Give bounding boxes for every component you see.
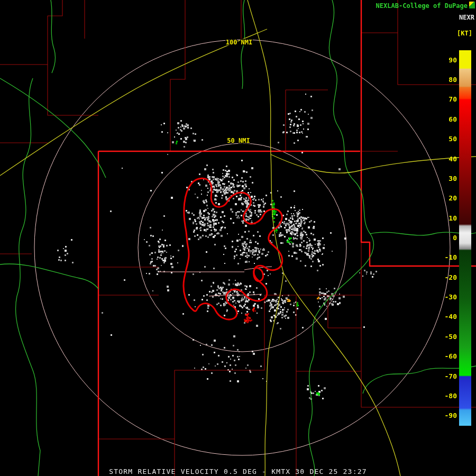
colorbar-tick: 90	[448, 56, 457, 64]
colorbar-tick: 50	[448, 135, 457, 143]
colorbar-tick: -50	[445, 333, 457, 341]
colorbar-tick: -20	[445, 273, 457, 281]
colorbar-tick: 30	[448, 175, 457, 182]
colorbar-tick: -40	[445, 313, 457, 321]
nexlab-brand: NEXLAB-College of DuPage	[376, 2, 468, 10]
colorbar-tick: -10	[445, 253, 457, 261]
colorbar-tick: -70	[445, 372, 457, 380]
colorbar-tick: -80	[445, 392, 457, 400]
colorbar-tick: -30	[445, 293, 457, 301]
colorbar-tick: 0	[453, 234, 457, 242]
range-ring-labels: 100 NMI50 NMI	[226, 39, 253, 144]
highways-layer	[0, 0, 476, 476]
colorbar-tick: 40	[448, 155, 457, 163]
range-ring-label: 100 NMI	[226, 39, 253, 46]
cod-logo-icon	[469, 2, 475, 8]
lake-outline-layer	[184, 178, 282, 319]
state-borders-layer	[98, 0, 476, 476]
county-borders-layer	[0, 0, 476, 476]
colorbar-tick: -90	[445, 411, 457, 419]
range-ring-label: 50 NMI	[227, 137, 250, 144]
colorbar-tick: 70	[448, 95, 457, 103]
scale-units-label: [KT]	[457, 30, 472, 37]
colorbar-tick-labels: 9080706050403020100-10-20-30-40-50-60-70…	[426, 0, 457, 476]
colorbar-tick: 60	[448, 115, 457, 123]
colorbar-tick: -60	[445, 352, 457, 360]
colorbar-tick: 10	[448, 214, 457, 222]
scale-product-label: NEXR	[459, 14, 474, 21]
rivers-layer	[0, 0, 476, 476]
radar-viewer: 100 NMI50 NMI 9080706050403020100-10-20-…	[0, 0, 476, 476]
secondary-roads-layer	[159, 267, 272, 296]
product-status-line: STORM RELATIVE VELOCITY 0.5 DEG - KMTX 3…	[0, 468, 476, 475]
range-rings	[34, 40, 450, 455]
base-map-overlay: 100 NMI50 NMI	[0, 0, 476, 476]
velocity-colorbar	[459, 50, 471, 426]
colorbar-tick: 20	[448, 194, 457, 202]
colorbar-tick: 80	[448, 76, 457, 84]
